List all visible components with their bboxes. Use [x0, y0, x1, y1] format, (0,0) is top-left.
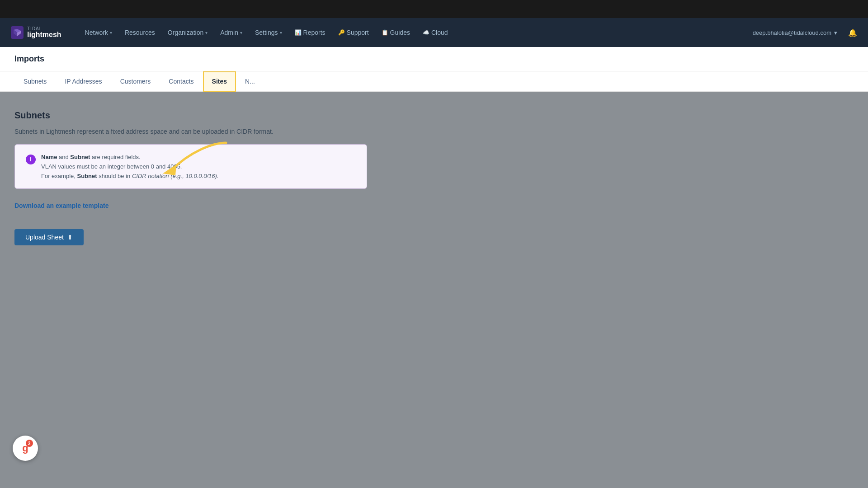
tab-contacts[interactable]: Contacts [160, 71, 203, 92]
top-bar [0, 0, 868, 18]
chevron-down-icon: ▾ [110, 30, 112, 35]
cloud-icon: ☁️ [423, 29, 429, 36]
nav-organization[interactable]: Organization ▾ [162, 25, 213, 40]
info-icon: i [26, 155, 36, 164]
g2-badge[interactable]: g 2 [13, 436, 38, 461]
page-content: Imports Subnets IP Addresses Customers C… [0, 47, 868, 488]
chevron-down-icon: ▾ [280, 30, 282, 35]
logo-lightmesh-text: lightmesh [27, 31, 61, 38]
info-lines: Name and Subnet are required fields. VLA… [41, 154, 218, 179]
page-title: Imports [14, 54, 854, 64]
info-line-3: For example, Subnet should be in CIDR no… [41, 173, 218, 179]
bell-icon[interactable]: 🔔 [848, 28, 857, 37]
info-line-2: VLAN values must be an integer between 0… [41, 163, 218, 170]
main-area: Subnets Subnets in Lightmesh represent a… [0, 92, 868, 263]
download-template-link[interactable]: Download an example template [14, 202, 109, 209]
g2-superscript: 2 [26, 440, 33, 447]
upload-icon: ⬆ [67, 234, 73, 241]
nav-support[interactable]: 🔑 Support [333, 25, 374, 40]
section-title: Subnets [14, 110, 854, 121]
upload-sheet-button[interactable]: Upload Sheet ⬆ [14, 229, 84, 245]
chevron-down-icon: ▾ [240, 30, 242, 35]
nav-network[interactable]: Network ▾ [80, 25, 118, 40]
book-icon: 📋 [382, 29, 388, 36]
section-description: Subnets in Lightmesh represent a fixed a… [14, 128, 854, 135]
navbar: tidal lightmesh Network ▾ Resources Orga… [0, 18, 868, 47]
user-email[interactable]: deep.bhalotia@tidalcloud.com ▾ [749, 28, 841, 38]
logo[interactable]: tidal lightmesh [11, 26, 61, 39]
nav-resources[interactable]: Resources [119, 25, 160, 40]
logo-icon [11, 26, 24, 39]
key-icon: 🔑 [338, 29, 345, 36]
info-box: i Name and Subnet are required fields. V… [14, 144, 367, 189]
info-line-1: Name and Subnet are required fields. [41, 154, 218, 160]
chevron-down-icon: ▾ [205, 30, 208, 35]
nav-right: deep.bhalotia@tidalcloud.com ▾ 🔔 [749, 28, 857, 38]
nav-guides[interactable]: 📋 Guides [376, 25, 415, 40]
chart-icon: 📊 [295, 29, 302, 36]
chevron-down-icon: ▾ [834, 29, 837, 36]
tabs-bar: Subnets IP Addresses Customers Contacts … [0, 71, 868, 92]
tabs-wrapper: Subnets IP Addresses Customers Contacts … [0, 71, 868, 92]
page-header: Imports [0, 47, 868, 71]
nav-reports[interactable]: 📊 Reports [289, 25, 331, 40]
tab-ip-addresses[interactable]: IP Addresses [56, 71, 111, 92]
nav-cloud[interactable]: ☁️ Cloud [417, 25, 453, 40]
logo-text: tidal lightmesh [27, 27, 61, 38]
nav-admin[interactable]: Admin ▾ [215, 25, 248, 40]
tab-next[interactable]: N... [236, 71, 264, 92]
tab-customers[interactable]: Customers [111, 71, 160, 92]
nav-items: Network ▾ Resources Organization ▾ Admin… [80, 25, 749, 40]
tab-subnets[interactable]: Subnets [14, 71, 56, 92]
nav-settings[interactable]: Settings ▾ [250, 25, 288, 40]
tab-sites[interactable]: Sites [203, 71, 236, 92]
